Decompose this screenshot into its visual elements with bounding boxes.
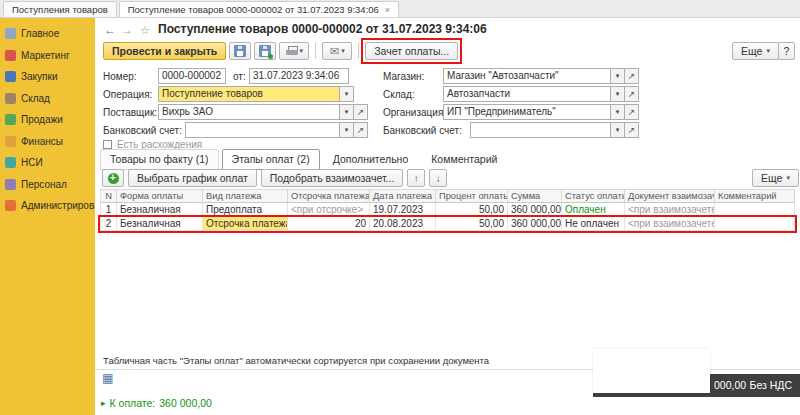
dropdown-button[interactable]: ▾ [340, 86, 354, 102]
bank-account-right-input[interactable] [470, 122, 611, 138]
offset-payment-button[interactable]: Зачет оплаты... [365, 42, 458, 60]
move-up-button[interactable]: ↑ [407, 169, 425, 187]
sidebar-item-administration[interactable]: Администрирование [0, 195, 95, 217]
sidebar-item-label: Персонал [21, 179, 67, 190]
open-link-icon: ↗ [357, 107, 365, 117]
sidebar-item-label: Финансы [21, 136, 63, 147]
chevron-down-icon: ▾ [616, 90, 620, 98]
sidebar-item-sales[interactable]: Продажи [0, 109, 95, 131]
tab-label: Этапы оплат (2) [232, 153, 310, 165]
column-header-deferral: Отсрочка платежа [288, 189, 370, 203]
discrepancies-checkbox[interactable] [103, 140, 112, 149]
print-button[interactable]: ▾ [279, 42, 309, 60]
store-input[interactable]: Магазин "Автозапчасти" [443, 68, 611, 84]
page-title: Поступление товаров 0000-000002 от 31.07… [158, 22, 487, 36]
warehouse-label: Склад: [383, 89, 415, 100]
window-tab-receipt-document[interactable]: Поступление товаров 0000-000002 от 31.07… [119, 1, 399, 17]
select-payment-schedule-button[interactable]: Выбрать график оплат [128, 169, 257, 187]
sidebar-item-main[interactable]: Главное [0, 23, 95, 45]
window-tab-label: Поступления товаров [12, 4, 108, 15]
sidebar-item-finance[interactable]: Финансы [0, 131, 95, 153]
open-item-button[interactable]: ↗ [625, 122, 639, 138]
pick-offset-button[interactable]: Подобрать взаимозачет... [261, 169, 403, 187]
cell-comment[interactable] [715, 203, 795, 217]
more-button-table[interactable]: Еще ▾ [752, 169, 799, 187]
sales-icon [5, 114, 16, 125]
warehouse-input[interactable]: Автозапчасти [443, 86, 611, 102]
cell-number[interactable]: 2 [100, 217, 117, 231]
bank-account-right-label: Банковский счет: [383, 125, 462, 136]
cell-payment-date[interactable]: 19.07.2023 [370, 203, 436, 217]
cell-payment-form[interactable]: Безналичная [117, 217, 203, 231]
cell-payment-percent[interactable]: 50,00 [436, 217, 508, 231]
save-button[interactable] [229, 42, 251, 60]
cell-payment-status[interactable]: Оплачен [562, 203, 625, 217]
open-item-button[interactable]: ↗ [625, 86, 639, 102]
window-tab-receipts-list[interactable]: Поступления товаров [3, 1, 117, 17]
cell-deferral[interactable]: <при отсрочке> [288, 203, 370, 217]
table-toolbar: + Выбрать график оплат Подобрать взаимоз… [102, 169, 447, 187]
number-input[interactable]: 0000-000002 [158, 68, 226, 84]
chevron-down-icon: ▾ [766, 47, 770, 55]
more-label: Еще [741, 45, 762, 57]
dropdown-button[interactable]: ▾ [611, 104, 625, 120]
dropdown-button[interactable]: ▾ [611, 68, 625, 84]
dropdown-button[interactable]: ▾ [340, 122, 354, 138]
cell-deferral[interactable]: 20 [288, 217, 370, 231]
add-row-button[interactable]: + [102, 169, 124, 187]
open-item-button[interactable]: ↗ [625, 104, 639, 120]
cell-offset-document[interactable]: <при взаимозачете> [625, 217, 715, 231]
cell-payment-status[interactable]: Не оплачен [562, 217, 625, 231]
sidebar-item-purchases[interactable]: Закупки [0, 66, 95, 88]
payable-summary-link[interactable]: ▸ К оплате: 360 000,00 [101, 397, 212, 409]
cell-offset-document[interactable]: <при взаимозачете> [625, 203, 715, 217]
favorite-star-icon[interactable]: ☆ [140, 24, 150, 37]
expand-chevron-icon: ▸ [101, 398, 106, 408]
cell-amount[interactable]: 360 000,00 [508, 217, 562, 231]
tab-additional[interactable]: Дополнительно [323, 149, 419, 170]
sidebar-item-master-data[interactable]: НСИ [0, 152, 95, 174]
add-plus-icon: + [108, 173, 119, 184]
table-row-1[interactable]: 1 Безналичная Предоплата <при отсрочке> … [100, 203, 795, 217]
open-item-button[interactable]: ↗ [354, 122, 368, 138]
close-icon[interactable]: × [385, 5, 390, 15]
bank-account-left-input[interactable] [185, 122, 340, 138]
table-row-2[interactable]: 2 Безналичная Отсрочка платежа 20 20.08.… [100, 217, 795, 231]
sidebar-item-marketing[interactable]: Маркетинг [0, 45, 95, 67]
tab-goods-by-fact[interactable]: Товары по факту (1) [100, 149, 219, 170]
cell-amount[interactable]: 360 000,00 [508, 203, 562, 217]
post-button[interactable] [254, 42, 276, 60]
cell-payment-kind[interactable]: Предоплата [203, 203, 288, 217]
cell-payment-percent[interactable]: 50,00 [436, 203, 508, 217]
cell-number[interactable]: 1 [100, 203, 117, 217]
help-button[interactable]: ? [778, 42, 795, 60]
organization-input[interactable]: ИП "Предприниматель" [443, 104, 611, 120]
forward-arrow-icon[interactable]: → [121, 23, 133, 37]
sidebar-item-warehouse[interactable]: Склад [0, 88, 95, 110]
tab-comment[interactable]: Комментарий [421, 149, 507, 170]
dropdown-button[interactable]: ▾ [611, 86, 625, 102]
move-down-button[interactable]: ↓ [429, 169, 447, 187]
tab-label: Дополнительно [333, 153, 409, 165]
open-link-icon: ↗ [628, 107, 636, 117]
tab-payment-stages[interactable]: Этапы оплат (2) [222, 149, 320, 170]
post-and-close-button[interactable]: Провести и закрыть [103, 42, 226, 60]
send-button[interactable]: ✉ ▾ [322, 42, 352, 60]
supplier-input[interactable]: Вихрь ЗАО [158, 104, 340, 120]
back-arrow-icon[interactable]: ← [104, 23, 116, 37]
dropdown-button[interactable]: ▾ [611, 122, 625, 138]
totals-grid-icon[interactable]: ▦ [102, 371, 113, 385]
open-item-button[interactable]: ↗ [354, 104, 368, 120]
cell-payment-date[interactable]: 20.08.2023 [370, 217, 436, 231]
open-item-button[interactable]: ↗ [625, 68, 639, 84]
cell-payment-form[interactable]: Безналичная [117, 203, 203, 217]
more-button-top[interactable]: Еще ▾ [732, 42, 779, 60]
bank-account-left-label: Банковский счет: [103, 125, 182, 136]
cell-payment-kind[interactable]: Отсрочка платежа [203, 217, 288, 231]
arrow-down-icon: ↓ [436, 173, 441, 184]
datetime-input[interactable]: 31.07.2023 9:34:06 [249, 68, 349, 84]
dropdown-button[interactable]: ▾ [340, 104, 354, 120]
sidebar-item-personnel[interactable]: Персонал [0, 174, 95, 196]
operation-input[interactable]: Поступление товаров [158, 86, 340, 102]
cell-comment[interactable] [715, 217, 795, 231]
